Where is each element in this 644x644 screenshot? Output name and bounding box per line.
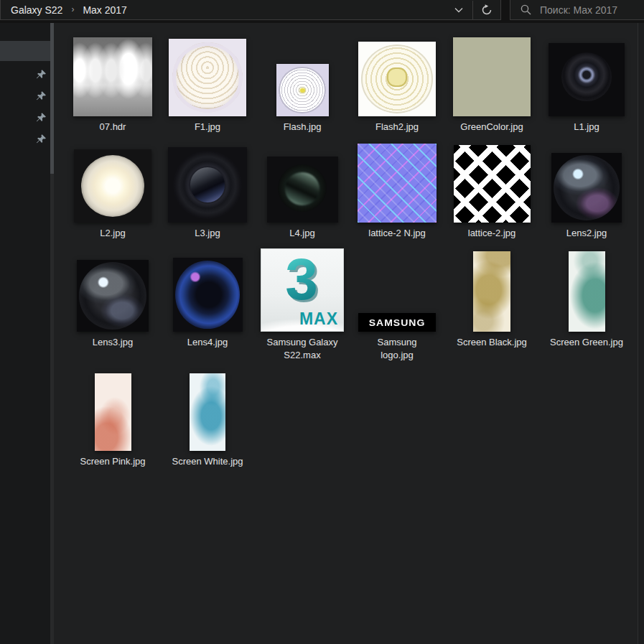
file-item[interactable]: Screen Green.jpg: [539, 248, 634, 362]
navigation-scrollbar[interactable]: [50, 23, 54, 644]
file-name-label: GreenColor.jpg: [460, 121, 523, 134]
file-item[interactable]: 07.hdr: [65, 36, 160, 134]
file-item[interactable]: Screen Pink.jpg: [65, 370, 160, 468]
max-logo-number: 3: [285, 250, 318, 309]
navigation-pane: [0, 23, 50, 644]
file-item[interactable]: SAMSUNGSamsung logo.jpg: [350, 248, 444, 362]
file-item[interactable]: Flash.jpg: [255, 36, 350, 134]
file-item[interactable]: 3MAXSamsung Galaxy S22.max: [255, 248, 350, 362]
file-name-label: Flash2.jpg: [375, 121, 419, 134]
file-name-label: Screen White.jpg: [172, 455, 243, 468]
file-name-label: Screen Green.jpg: [550, 336, 623, 349]
chevron-down-icon: [454, 7, 463, 13]
search-input[interactable]: [540, 4, 640, 16]
file-name-label: L4.jpg: [289, 227, 314, 240]
pinned-item[interactable]: [36, 90, 47, 102]
content-scrollbar[interactable]: [638, 23, 644, 644]
file-thumbnail[interactable]: [169, 39, 246, 116]
file-thumbnail[interactable]: [276, 64, 329, 116]
file-thumbnail-area: [444, 248, 539, 332]
pin-icon: [36, 90, 47, 101]
sidebar-selected-item[interactable]: [0, 41, 50, 61]
file-item[interactable]: L3.jpg: [160, 142, 255, 240]
file-thumbnail-area: [350, 142, 444, 223]
file-thumbnail[interactable]: [358, 144, 437, 223]
file-thumbnail-area: [65, 248, 160, 332]
breadcrumb-item-max-2017[interactable]: Max 2017: [80, 3, 129, 17]
search-icon: [521, 4, 531, 15]
pinned-item[interactable]: [36, 69, 47, 80]
breadcrumb-separator-icon: ›: [65, 4, 80, 16]
file-item[interactable]: GreenColor.jpg: [444, 36, 539, 134]
file-item[interactable]: lattice-2.jpg: [444, 142, 539, 240]
file-grid: 07.hdrF1.jpgFlash.jpgFlash2.jpgGreenColo…: [65, 36, 634, 468]
file-item[interactable]: L2.jpg: [65, 142, 160, 240]
file-thumbnail-area: [444, 142, 539, 223]
file-item[interactable]: Lens4.jpg: [160, 248, 255, 362]
file-name-label: Lens2.jpg: [566, 227, 607, 240]
file-item[interactable]: Lens3.jpg: [65, 248, 160, 362]
samsung-logo-text: SAMSUNG: [369, 317, 426, 328]
file-item[interactable]: L4.jpg: [255, 142, 350, 240]
file-thumbnail-area: [160, 370, 255, 451]
address-bar[interactable]: Galaxy S22 › Max 2017: [0, 0, 501, 20]
file-name-label: F1.jpg: [195, 121, 220, 134]
file-thumbnail-area: [539, 142, 634, 223]
address-bar-buttons: [445, 0, 500, 19]
file-thumbnail-area: [160, 248, 255, 332]
main-area: 07.hdrF1.jpgFlash.jpgFlash2.jpgGreenColo…: [0, 23, 644, 644]
file-thumbnail[interactable]: [569, 251, 605, 332]
file-thumbnail[interactable]: [549, 43, 625, 116]
file-item[interactable]: lattice-2 N.jpg: [350, 142, 444, 240]
file-thumbnail-area: 3MAX: [255, 248, 350, 332]
file-name-label: L2.jpg: [100, 227, 125, 240]
file-thumbnail[interactable]: [358, 42, 436, 116]
file-thumbnail[interactable]: [453, 37, 531, 116]
pin-icon: [36, 69, 47, 80]
file-thumbnail[interactable]: [173, 258, 243, 332]
file-name-label: Samsung logo.jpg: [378, 336, 417, 362]
file-thumbnail[interactable]: [473, 251, 510, 332]
max-logo-text: MAX: [299, 309, 338, 329]
file-thumbnail[interactable]: [454, 145, 531, 223]
file-thumbnail[interactable]: [551, 153, 622, 223]
file-thumbnail-area: [65, 142, 160, 223]
file-thumbnail-area: [255, 36, 350, 116]
file-thumbnail-area: SAMSUNG: [350, 248, 444, 332]
pinned-item[interactable]: [36, 134, 47, 145]
navigation-scrollbar-thumb[interactable]: [50, 23, 54, 174]
file-thumbnail[interactable]: [73, 37, 152, 116]
file-thumbnail-area: [539, 36, 634, 116]
file-item[interactable]: L1.jpg: [539, 36, 634, 134]
file-thumbnail[interactable]: [168, 147, 247, 223]
file-thumbnail[interactable]: [190, 373, 225, 451]
file-thumbnail[interactable]: [74, 149, 151, 223]
file-name-label: lattice-2 N.jpg: [368, 227, 425, 240]
file-thumbnail[interactable]: [267, 157, 338, 223]
file-thumbnail-area: [539, 248, 634, 332]
3ds-max-file-icon[interactable]: 3MAX: [261, 248, 344, 332]
file-item[interactable]: Flash2.jpg: [350, 36, 444, 134]
file-thumbnail[interactable]: SAMSUNG: [358, 313, 436, 332]
file-item[interactable]: Screen Black.jpg: [444, 248, 539, 362]
file-item[interactable]: F1.jpg: [160, 36, 255, 134]
file-name-label: Samsung Galaxy S22.max: [267, 336, 338, 362]
refresh-icon: [481, 4, 493, 16]
file-name-label: Lens4.jpg: [187, 336, 228, 349]
file-thumbnail[interactable]: [95, 373, 131, 451]
file-thumbnail[interactable]: [77, 260, 149, 332]
file-name-label: lattice-2.jpg: [468, 227, 515, 240]
search-box[interactable]: [510, 0, 644, 20]
breadcrumb-item-galaxy-s22[interactable]: Galaxy S22: [8, 3, 65, 17]
address-history-button[interactable]: [445, 0, 472, 19]
file-thumbnail-area: [350, 36, 444, 116]
pinned-item[interactable]: [36, 112, 47, 123]
refresh-button[interactable]: [473, 0, 500, 19]
file-name-label: L3.jpg: [195, 227, 220, 240]
file-item[interactable]: Lens2.jpg: [539, 142, 634, 240]
file-thumbnail-area: [160, 36, 255, 116]
toolbar: Galaxy S22 › Max 2017: [0, 0, 644, 23]
file-item[interactable]: Screen White.jpg: [160, 370, 255, 468]
file-thumbnail-area: [65, 36, 160, 116]
file-name-label: Flash.jpg: [284, 121, 322, 134]
